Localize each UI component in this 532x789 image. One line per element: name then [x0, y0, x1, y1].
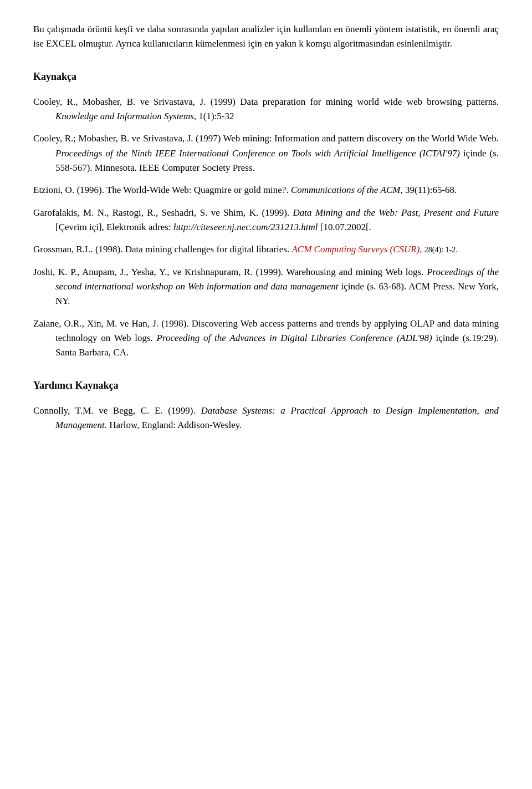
intro-section: Bu çalışmada örüntü keşfi ve daha sonras… — [33, 22, 499, 52]
aux-reference-item: Connolly, T.M. ve Begg, C. E. (1999). Da… — [33, 404, 499, 433]
ref-text: Cooley, R.; Mobasher, B. ve Srivastava, … — [33, 131, 499, 175]
ref-text: Zaiane, O.R., Xin, M. ve Han, J. (1998).… — [33, 317, 499, 360]
ref-text: Grossman, R.L. (1998). Data mining chall… — [33, 242, 499, 257]
reference-item: Zaiane, O.R., Xin, M. ve Han, J. (1998).… — [33, 317, 499, 360]
ref-text: Etzioni, O. (1996). The World-Wide Web: … — [33, 183, 499, 197]
reference-item: Garofalakis, M. N., Rastogi, R., Seshadr… — [33, 206, 499, 235]
intro-paragraph-1: Bu çalışmada örüntü keşfi ve daha sonras… — [33, 22, 499, 52]
yardimci-section: Yardımcı Kaynakça Connolly, T.M. ve Begg… — [33, 378, 499, 433]
ref-text: Joshi, K. P., Anupam, J., Yesha, Y., ve … — [33, 265, 499, 309]
reference-item: Etzioni, O. (1996). The World-Wide Web: … — [33, 183, 499, 197]
reference-item: Cooley, R.; Mobasher, B. ve Srivastava, … — [33, 131, 499, 175]
reference-item: Joshi, K. P., Anupam, J., Yesha, Y., ve … — [33, 265, 499, 309]
ref-text: Garofalakis, M. N., Rastogi, R., Seshadr… — [33, 206, 499, 235]
kaynakca-section: Kaynakça Cooley, R., Mobasher, B. ve Sri… — [33, 69, 499, 360]
ref-text: Cooley, R., Mobasher, B. ve Srivastava, … — [33, 95, 499, 124]
reference-item: Grossman, R.L. (1998). Data mining chall… — [33, 242, 499, 257]
reference-item: Cooley, R., Mobasher, B. ve Srivastava, … — [33, 95, 499, 124]
yardimci-heading: Yardımcı Kaynakça — [33, 378, 499, 394]
kaynakca-heading: Kaynakça — [33, 69, 499, 85]
aux-ref-text: Connolly, T.M. ve Begg, C. E. (1999). Da… — [33, 404, 499, 433]
